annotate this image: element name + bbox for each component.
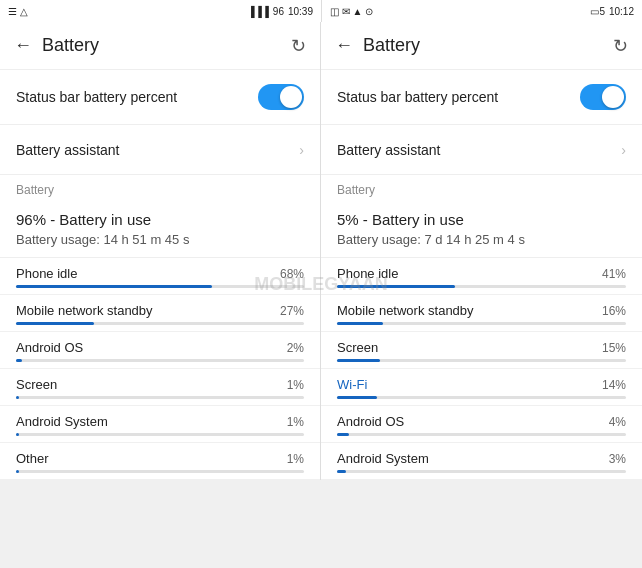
status-bar-battery-label-left: Status bar battery percent: [16, 89, 177, 105]
page-title-left: Battery: [42, 35, 99, 56]
battery-icon-right: ▭5: [590, 6, 605, 17]
battery-assistant-label-left: Battery assistant: [16, 142, 120, 158]
usage-bar-bg: [16, 322, 304, 325]
battery-percent-left: 96% - Battery in use: [16, 211, 304, 228]
header-left-group: ← Battery: [14, 35, 99, 56]
usage-bar-fill: [16, 433, 19, 436]
usage-bar-fill: [16, 285, 212, 288]
status-bars: ☰ △ ▐▐▐ 96 10:39 ◫ ✉ ▲ ⊙ ▭5 10:12: [0, 0, 642, 22]
status-bar-battery-label-right: Status bar battery percent: [337, 89, 498, 105]
battery-assistant-row-right[interactable]: Battery assistant ›: [321, 125, 642, 175]
usage-bar-fill: [16, 359, 22, 362]
usage-bar-bg: [337, 322, 626, 325]
usage-percent: 16%: [602, 304, 626, 318]
usage-name: Android System: [16, 414, 108, 429]
usage-percent: 4%: [609, 415, 626, 429]
usage-bar-bg: [337, 433, 626, 436]
battery-level-left: 96: [273, 6, 284, 17]
usage-bar-fill: [337, 285, 455, 288]
usage-row-android-system-left: Android System 1%: [0, 406, 320, 443]
usage-row-screen-right: Screen 15%: [321, 332, 642, 369]
usage-bar-bg: [337, 470, 626, 473]
usage-bar-fill: [337, 396, 377, 399]
signal-icon: ▐▐▐: [248, 6, 269, 17]
usage-name: Screen: [337, 340, 378, 355]
usage-name: Phone idle: [337, 266, 398, 281]
usage-row-network-standby-right: Mobile network standby 16%: [321, 295, 642, 332]
back-button-left[interactable]: ←: [14, 35, 32, 56]
page-title-right: Battery: [363, 35, 420, 56]
usage-bar-bg: [337, 396, 626, 399]
usage-row-phone-idle-right: Phone idle 41%: [321, 258, 642, 295]
usage-bar-bg: [16, 285, 304, 288]
usage-bar-fill: [16, 470, 19, 473]
panels: ← Battery ↻ Status bar battery percent B…: [0, 22, 642, 480]
chevron-icon-left: ›: [299, 142, 304, 158]
section-header-left: Battery: [0, 175, 320, 201]
back-button-right[interactable]: ←: [335, 35, 353, 56]
status-bar-battery-toggle-left[interactable]: [258, 84, 304, 110]
refresh-button-left[interactable]: ↻: [291, 35, 306, 57]
usage-name: Wi-Fi: [337, 377, 367, 392]
battery-percent-right: 5% - Battery in use: [337, 211, 626, 228]
status-bar-left: ☰ △ ▐▐▐ 96 10:39: [0, 0, 321, 22]
usage-name: Phone idle: [16, 266, 77, 281]
panel-header-right: ← Battery ↻: [321, 22, 642, 70]
usage-percent: 41%: [602, 267, 626, 281]
section-header-right: Battery: [321, 175, 642, 201]
usage-row-other-left: Other 1%: [0, 443, 320, 480]
usage-name: Mobile network standby: [337, 303, 474, 318]
status-info-left: ▐▐▐ 96 10:39: [248, 6, 313, 17]
battery-info-right: 5% - Battery in use Battery usage: 7 d 1…: [321, 201, 642, 258]
usage-name: Android OS: [16, 340, 83, 355]
usage-bar-fill: [337, 359, 380, 362]
usage-list-right: Phone idle 41% Mobile network standby 16…: [321, 258, 642, 480]
battery-assistant-label-right: Battery assistant: [337, 142, 441, 158]
panel-right: ← Battery ↻ Status bar battery percent B…: [321, 22, 642, 480]
status-bar-battery-row-right: Status bar battery percent: [321, 70, 642, 125]
usage-row-android-system-right: Android System 3%: [321, 443, 642, 480]
usage-row-android-os-right: Android OS 4%: [321, 406, 642, 443]
usage-row-screen-left: Screen 1%: [0, 369, 320, 406]
status-info-right: ▭5 10:12: [590, 6, 634, 17]
usage-row-wifi-right: Wi-Fi 14%: [321, 369, 642, 406]
status-bar-battery-row-left: Status bar battery percent: [0, 70, 320, 125]
usage-name: Other: [16, 451, 49, 466]
time-left: 10:39: [288, 6, 313, 17]
usage-name: Mobile network standby: [16, 303, 153, 318]
usage-bar-fill: [16, 322, 94, 325]
usage-row-android-os-left: Android OS 2%: [0, 332, 320, 369]
usage-bar-fill: [337, 470, 346, 473]
usage-bar-bg: [16, 470, 304, 473]
usage-bar-bg: [337, 285, 626, 288]
battery-info-left: 96% - Battery in use Battery usage: 14 h…: [0, 201, 320, 258]
header-right-group: ← Battery: [335, 35, 420, 56]
battery-usage-left: Battery usage: 14 h 51 m 45 s: [16, 232, 304, 247]
usage-percent: 1%: [287, 452, 304, 466]
usage-bar-bg: [16, 359, 304, 362]
usage-bar-bg: [337, 359, 626, 362]
battery-usage-right: Battery usage: 7 d 14 h 25 m 4 s: [337, 232, 626, 247]
status-icons-left: ☰ △: [8, 6, 28, 17]
usage-row-phone-idle-left: Phone idle 68%: [0, 258, 320, 295]
battery-assistant-row-left[interactable]: Battery assistant ›: [0, 125, 320, 175]
usage-list-left: Phone idle 68% Mobile network standby 27…: [0, 258, 320, 480]
usage-bar-fill: [16, 396, 19, 399]
usage-name: Screen: [16, 377, 57, 392]
time-right: 10:12: [609, 6, 634, 17]
usage-percent: 1%: [287, 415, 304, 429]
usage-row-network-standby-left: Mobile network standby 27%: [0, 295, 320, 332]
usage-name: Android System: [337, 451, 429, 466]
usage-percent: 68%: [280, 267, 304, 281]
usage-percent: 2%: [287, 341, 304, 355]
status-bar-battery-toggle-right[interactable]: [580, 84, 626, 110]
status-icons-right: ◫ ✉ ▲ ⊙: [330, 6, 373, 17]
usage-bar-bg: [16, 396, 304, 399]
refresh-button-right[interactable]: ↻: [613, 35, 628, 57]
usage-bar-fill: [337, 322, 383, 325]
usage-percent: 15%: [602, 341, 626, 355]
panel-header-left: ← Battery ↻: [0, 22, 320, 70]
usage-percent: 1%: [287, 378, 304, 392]
usage-name: Android OS: [337, 414, 404, 429]
usage-percent: 27%: [280, 304, 304, 318]
